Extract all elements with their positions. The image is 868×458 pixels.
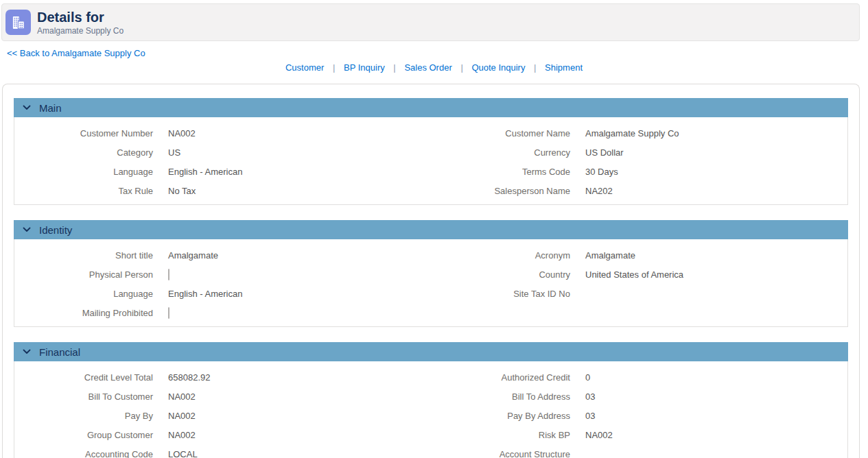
field-row: Short title Amalgamate Acronym Amalgamat… xyxy=(14,245,847,265)
field-value: LOCAL xyxy=(168,449,400,458)
field-value: United States of America xyxy=(585,269,847,280)
field-label: Physical Person xyxy=(14,269,153,280)
section-header-identity[interactable]: Identity xyxy=(14,220,848,239)
field-row: Credit Level Total 658082.92 Authorized … xyxy=(14,367,847,387)
field-value: NA002 xyxy=(168,411,400,421)
nav-separator: | xyxy=(393,62,395,73)
field-value: Amalgamate xyxy=(168,250,400,261)
field-value: 30 Days xyxy=(585,167,847,177)
nav-separator: | xyxy=(333,62,335,73)
field-row: Physical Person Country United States of… xyxy=(14,265,847,284)
field-label: Group Customer xyxy=(14,430,153,440)
field-value: US xyxy=(168,147,400,158)
field-label: Customer Number xyxy=(14,128,153,138)
nav-separator: | xyxy=(460,62,462,73)
chevron-down-icon[interactable] xyxy=(22,347,32,357)
chevron-down-icon[interactable] xyxy=(22,225,32,234)
field-row: Customer Number NA002 Customer Name Amal… xyxy=(14,123,847,143)
section-title: Identity xyxy=(39,224,72,236)
back-link[interactable]: << Back to Amalgamate Supply Co xyxy=(7,48,145,58)
field-row: Accounting Code LOCAL Account Structure xyxy=(14,444,847,458)
section-financial: Financial Credit Level Total 658082.92 A… xyxy=(14,342,848,458)
field-label: Short title xyxy=(14,250,153,261)
section-header-financial[interactable]: Financial xyxy=(14,342,848,361)
field-value: Amalgamate xyxy=(585,250,847,261)
field-value: NA002 xyxy=(585,430,847,440)
field-value: US Dollar xyxy=(585,147,847,158)
section-body-main: Customer Number NA002 Customer Name Amal… xyxy=(14,117,848,205)
field-value: NA002 xyxy=(168,391,400,402)
nav-link-customer[interactable]: Customer xyxy=(285,62,324,73)
section-body-identity: Short title Amalgamate Acronym Amalgamat… xyxy=(14,239,848,327)
field-row: Category US Currency US Dollar xyxy=(14,143,847,162)
nav-separator: | xyxy=(534,62,536,73)
field-row: Language English - American Terms Code 3… xyxy=(14,162,847,181)
field-label: Currency xyxy=(415,147,570,158)
field-value: 658082.92 xyxy=(168,372,400,383)
field-label: Category xyxy=(14,147,153,158)
field-value: 03 xyxy=(585,391,847,402)
nav-link-quote-inquiry[interactable]: Quote Inquiry xyxy=(471,62,525,73)
field-label: Salesperson Name xyxy=(415,186,570,196)
nav-link-bp-inquiry[interactable]: BP Inquiry xyxy=(344,62,385,73)
field-value: No Tax xyxy=(168,186,400,196)
field-label: Acronym xyxy=(415,250,570,261)
field-value: NA202 xyxy=(585,186,847,196)
field-row: Group Customer NA002 Risk BP NA002 xyxy=(14,425,847,444)
section-main: Main Customer Number NA002 Customer Name… xyxy=(14,98,848,205)
field-value: NA002 xyxy=(168,128,400,138)
field-row: Language English - American Site Tax ID … xyxy=(14,284,847,303)
field-value: 03 xyxy=(585,411,847,421)
field-label: Mailing Prohibited xyxy=(14,308,153,318)
field-label: Language xyxy=(14,167,153,177)
field-label: Tax Rule xyxy=(14,186,153,196)
section-title: Financial xyxy=(39,346,80,358)
field-label: Bill To Customer xyxy=(14,391,153,402)
field-label: Risk BP xyxy=(415,430,570,440)
field-label: Pay By xyxy=(14,411,153,421)
field-row: Mailing Prohibited xyxy=(14,303,847,322)
chevron-down-icon[interactable] xyxy=(22,103,32,112)
field-label: Pay By Address xyxy=(415,411,570,421)
field-value: NA002 xyxy=(168,430,400,440)
nav-bar: Customer | BP Inquiry | Sales Order | Qu… xyxy=(0,62,868,74)
section-title: Main xyxy=(39,102,62,114)
field-label: Account Structure xyxy=(415,449,570,458)
nav-link-shipment[interactable]: Shipment xyxy=(545,62,583,73)
field-value: English - American xyxy=(168,167,400,177)
section-body-financial: Credit Level Total 658082.92 Authorized … xyxy=(14,361,848,458)
physical-person-checkbox[interactable] xyxy=(168,269,169,280)
field-label: Accounting Code xyxy=(14,449,153,458)
field-label: Terms Code xyxy=(415,167,570,177)
field-row: Pay By NA002 Pay By Address 03 xyxy=(14,406,847,425)
field-label: Credit Level Total xyxy=(14,372,153,383)
page-title: Details for xyxy=(37,10,124,25)
section-header-main[interactable]: Main xyxy=(14,98,848,117)
field-label: Bill To Address xyxy=(415,391,570,402)
field-label: Customer Name xyxy=(415,128,570,138)
field-value: Amalgamate Supply Co xyxy=(585,128,847,138)
field-label: Authorized Credit xyxy=(415,372,570,383)
field-value: English - American xyxy=(168,289,400,299)
buildings-icon xyxy=(5,10,31,35)
detail-card: Main Customer Number NA002 Customer Name… xyxy=(2,84,860,458)
header-banner: Details for Amalgamate Supply Co xyxy=(1,3,860,41)
page-subtitle: Amalgamate Supply Co xyxy=(37,26,124,36)
field-row: Tax Rule No Tax Salesperson Name NA202 xyxy=(14,181,847,200)
section-identity: Identity Short title Amalgamate Acronym … xyxy=(14,220,848,327)
field-row: Bill To Customer NA002 Bill To Address 0… xyxy=(14,387,847,406)
field-value: 0 xyxy=(585,372,847,383)
field-label: Country xyxy=(415,269,570,280)
field-label: Language xyxy=(14,289,153,299)
nav-link-sales-order[interactable]: Sales Order xyxy=(404,62,451,73)
mailing-prohibited-checkbox[interactable] xyxy=(168,307,169,319)
field-label: Site Tax ID No xyxy=(415,289,570,299)
